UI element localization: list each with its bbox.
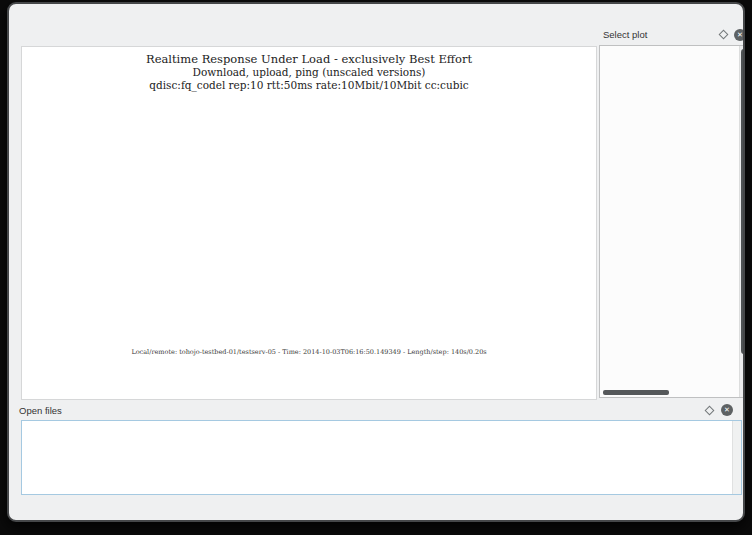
- open-files-title: Open files: [19, 405, 62, 416]
- plot-panel: Realtime Response Under Load - exclusive…: [21, 46, 597, 400]
- figure-title-line3: qdisc:fq_codel rep:10 rtt:50ms rate:10Mb…: [22, 79, 596, 91]
- plot-list-vscrollbar[interactable]: [739, 46, 745, 397]
- float-dock-icon[interactable]: [719, 30, 729, 40]
- select-plot-title: Select plot: [603, 29, 647, 40]
- float-dock-icon[interactable]: [705, 405, 715, 415]
- select-plot-dock: Select plot ✕: [599, 26, 745, 398]
- plot-list: [599, 45, 745, 398]
- vscroll-thumb[interactable]: [741, 49, 745, 354]
- figure-title-line2: Download, upload, ping (unscaled version…: [22, 66, 596, 78]
- open-files-dock-header: Open files ✕: [9, 402, 743, 418]
- plot-list-hscrollbar[interactable]: [603, 390, 669, 395]
- open-files-table: [21, 420, 742, 495]
- close-dock-icon[interactable]: ✕: [734, 29, 745, 41]
- open-files-vscrollbar[interactable]: [732, 421, 741, 494]
- figure-title-line1: Realtime Response Under Load - exclusive…: [22, 52, 596, 66]
- tcp-upload-chart[interactable]: [48, 173, 500, 249]
- figure-footer: Local/remote: tohojo-testbed-01/testserv…: [22, 348, 596, 356]
- select-plot-dock-header: Select plot ✕: [599, 26, 745, 43]
- flent-window: Realtime Response Under Load - exclusive…: [7, 2, 745, 522]
- screen: Realtime Response Under Load - exclusive…: [0, 0, 752, 535]
- ping-chart[interactable]: [48, 251, 500, 347]
- tcp-download-chart[interactable]: [48, 95, 500, 171]
- close-dock-icon[interactable]: ✕: [721, 404, 733, 416]
